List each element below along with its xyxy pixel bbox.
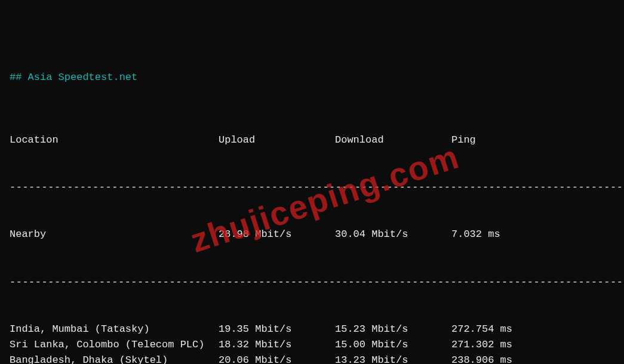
nearby-ping: 7.032 ms	[451, 227, 614, 242]
cell-ping: 271.302 ms	[451, 337, 614, 353]
cell-upload: 20.06 Mbit/s	[219, 353, 335, 364]
cell-download: 15.23 Mbit/s	[335, 322, 451, 337]
header-download: Download	[335, 132, 451, 148]
cell-location: Sri Lanka, Colombo (Telecom PLC)	[10, 337, 219, 353]
table-row: India, Mumbai (Tatasky)19.35 Mbit/s15.23…	[10, 322, 614, 337]
nearby-location: Nearby	[10, 227, 219, 242]
cell-upload: 19.35 Mbit/s	[219, 322, 335, 337]
nearby-download: 30.04 Mbit/s	[335, 227, 451, 242]
header-ping: Ping	[451, 132, 614, 148]
cell-ping: 238.906 ms	[451, 353, 614, 364]
table-row: Bangladesh, Dhaka (Skytel)20.06 Mbit/s13…	[10, 353, 614, 364]
data-rows: India, Mumbai (Tatasky)19.35 Mbit/s15.23…	[10, 322, 614, 364]
section-heading: ## Asia Speedtest.net	[10, 70, 614, 85]
nearby-upload: 28.98 Mbit/s	[219, 227, 335, 242]
watermark: zhujiceping.com	[184, 131, 466, 267]
cell-ping: 272.754 ms	[451, 322, 614, 337]
divider-line: ----------------------------------------…	[10, 274, 614, 290]
header-location: Location	[10, 132, 219, 148]
header-upload: Upload	[219, 132, 335, 148]
cell-upload: 18.32 Mbit/s	[219, 337, 335, 353]
cell-location: India, Mumbai (Tatasky)	[10, 322, 219, 337]
table-row: Sri Lanka, Colombo (Telecom PLC)18.32 Mb…	[10, 337, 614, 353]
nearby-row: Nearby 28.98 Mbit/s 30.04 Mbit/s 7.032 m…	[10, 227, 614, 242]
cell-location: Bangladesh, Dhaka (Skytel)	[10, 353, 219, 364]
cell-download: 13.23 Mbit/s	[335, 353, 451, 364]
divider-line: ----------------------------------------…	[10, 180, 614, 195]
header-row: Location Upload Download Ping	[10, 132, 614, 148]
cell-download: 15.00 Mbit/s	[335, 337, 451, 353]
